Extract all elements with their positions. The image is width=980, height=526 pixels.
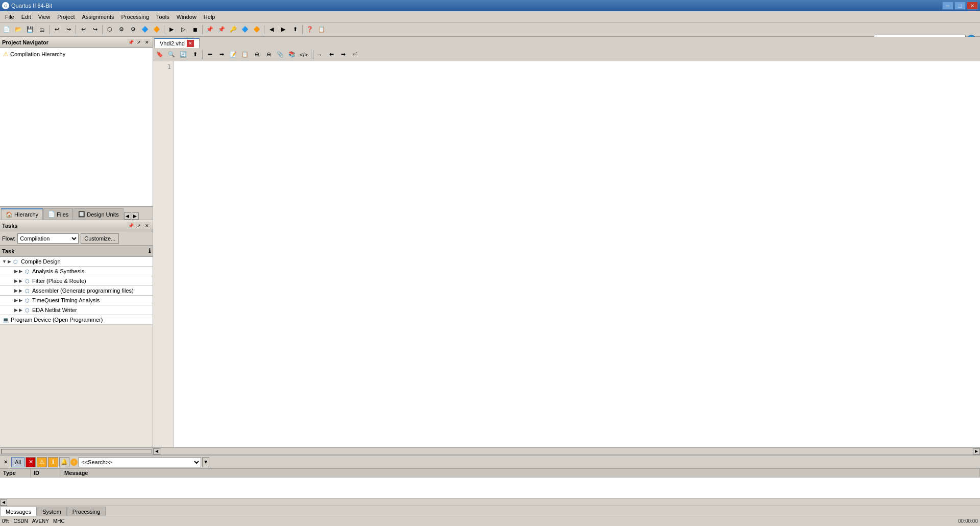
pin-btn[interactable]: 📌 bbox=[204, 24, 215, 35]
filter-info-btn[interactable]: ℹ bbox=[48, 457, 58, 467]
task-program-device[interactable]: 💻 Program Device (Open Programmer) bbox=[0, 315, 153, 325]
msg-search-select[interactable]: <<Search>> bbox=[79, 457, 201, 467]
undo-btn[interactable]: ↩ bbox=[51, 24, 62, 35]
tab-close-btn[interactable]: ✕ bbox=[187, 40, 194, 47]
ed-code-btn[interactable]: </> bbox=[298, 49, 309, 60]
tab-hierarchy[interactable]: 🏠 Hierarchy bbox=[1, 208, 43, 220]
ed-nav-btn[interactable]: ⬆ bbox=[189, 49, 201, 60]
redo-btn[interactable]: ↪ bbox=[63, 24, 74, 35]
play2-btn[interactable]: ▷ bbox=[178, 24, 189, 35]
task-analysis[interactable]: ▶ ▶ ⬡ Analysis & Synthesis bbox=[0, 267, 153, 276]
editor-tab-vhdl2[interactable]: Vhdl2.vhd ✕ bbox=[154, 38, 200, 48]
save-btn[interactable]: 💾 bbox=[24, 24, 36, 35]
ed-book-btn[interactable]: 📚 bbox=[286, 49, 298, 60]
open-file-btn[interactable]: 📂 bbox=[13, 24, 24, 35]
ed-template-btn[interactable]: 📋 bbox=[239, 49, 251, 60]
ed-navfwd-btn[interactable]: ➡ bbox=[337, 49, 349, 60]
ed-replace-btn[interactable]: 🔄 bbox=[178, 49, 189, 60]
task-fitter[interactable]: ▶ ▶ ⬡ Fitter (Place & Route) bbox=[0, 276, 153, 286]
tab-design-units[interactable]: 🔲 Design Units bbox=[74, 208, 123, 220]
ed-indent-btn[interactable]: ⬅ bbox=[204, 49, 215, 60]
minimize-button[interactable]: ─ bbox=[942, 2, 953, 10]
ed-wordwrap-btn[interactable]: ⏎ bbox=[349, 49, 360, 60]
nav-fwd-btn[interactable]: ▶ bbox=[278, 24, 289, 35]
nav-right-arrow[interactable]: ▶ bbox=[132, 212, 139, 220]
msg-btn[interactable]: 📋 bbox=[316, 24, 327, 35]
flow-select[interactable]: Compilation bbox=[17, 233, 79, 244]
chip-btn[interactable]: ⬡ bbox=[104, 24, 115, 35]
menu-help[interactable]: Help bbox=[201, 13, 218, 21]
filter-error-btn[interactable]: ✕ bbox=[26, 457, 36, 467]
tab-system[interactable]: System bbox=[37, 507, 67, 516]
hscroll-track[interactable]: ◀ ▶ bbox=[153, 448, 980, 455]
tab-messages[interactable]: Messages bbox=[0, 507, 37, 516]
code-content[interactable] bbox=[174, 61, 980, 447]
nav-back-btn[interactable]: ◀ bbox=[266, 24, 277, 35]
tree-compilation-hierarchy[interactable]: ⚠ Compilation Hierarchy bbox=[2, 50, 151, 58]
new-file-btn[interactable]: 📄 bbox=[1, 24, 12, 35]
menu-processing[interactable]: Processing bbox=[118, 13, 152, 21]
maximize-button[interactable]: □ bbox=[954, 2, 966, 10]
undo2-btn[interactable]: ↩ bbox=[78, 24, 89, 35]
menu-edit[interactable]: Edit bbox=[18, 13, 34, 21]
save-all-btn[interactable]: 🗂 bbox=[36, 24, 47, 35]
task-timequest[interactable]: ▶ ▶ ⬡ TimeQuest Timing Analysis bbox=[0, 296, 153, 305]
close-button[interactable]: ✕ bbox=[967, 2, 978, 10]
filter-suppress-btn[interactable]: 🔔 bbox=[59, 457, 69, 467]
task-compile-design[interactable]: ▼ ▶ ⬡ Compile Design bbox=[0, 257, 153, 267]
tool3-btn[interactable]: ⚙ bbox=[128, 24, 139, 35]
left-scrollbar[interactable] bbox=[0, 447, 153, 455]
menu-window[interactable]: Window bbox=[174, 13, 200, 21]
pin2-btn[interactable]: 📌 bbox=[216, 24, 227, 35]
tool6-btn[interactable]: 🔑 bbox=[228, 24, 239, 35]
hscroll-left-btn[interactable]: ◀ bbox=[153, 448, 160, 455]
nav-close-btn[interactable]: ✕ bbox=[143, 39, 151, 46]
tab-files[interactable]: 📄 Files bbox=[43, 208, 73, 220]
nav-up-btn[interactable]: ⬆ bbox=[289, 24, 301, 35]
ed-remove-btn[interactable]: ⊖ bbox=[263, 49, 274, 60]
menu-tools[interactable]: Tools bbox=[153, 13, 173, 21]
tasks-pin-btn[interactable]: 📌 bbox=[127, 222, 134, 229]
nav-pin-btn[interactable]: 📌 bbox=[127, 39, 134, 46]
tool4-btn[interactable]: 🔷 bbox=[139, 24, 151, 35]
tool5-btn[interactable]: 🔶 bbox=[151, 24, 162, 35]
settings-btn[interactable]: ⚙ bbox=[116, 24, 127, 35]
menu-view[interactable]: View bbox=[35, 13, 54, 21]
hscroll-right-btn[interactable]: ▶ bbox=[973, 448, 980, 455]
help-btn[interactable]: ❓ bbox=[304, 24, 315, 35]
menu-file[interactable]: File bbox=[2, 13, 17, 21]
filter-all-btn[interactable]: All bbox=[11, 457, 24, 467]
nav-expand-btn[interactable]: ↗ bbox=[135, 39, 142, 46]
ed-attach-btn[interactable]: 📎 bbox=[275, 49, 286, 60]
ed-bookmark-btn[interactable]: 🔖 bbox=[154, 49, 165, 60]
ed-unindent-btn[interactable]: ➡ bbox=[216, 49, 227, 60]
search-dropdown-btn[interactable]: ▼ bbox=[202, 457, 209, 467]
msg-scroll-bar[interactable] bbox=[7, 500, 980, 505]
ed-search-btn[interactable]: 🔍 bbox=[166, 49, 177, 60]
ed-insert-btn[interactable]: ⊕ bbox=[251, 49, 262, 60]
left-scrollbar-track[interactable] bbox=[1, 449, 152, 454]
menu-project[interactable]: Project bbox=[54, 13, 78, 21]
tool7-btn[interactable]: 🔷 bbox=[239, 24, 251, 35]
task-eda[interactable]: ▶ ▶ ⬡ EDA Netlist Writer bbox=[0, 305, 153, 315]
ed-addtext-btn[interactable]: 📝 bbox=[228, 49, 239, 60]
tasks-close-btn[interactable]: ✕ bbox=[143, 222, 151, 229]
editor-hscroll[interactable]: ◀ ▶ bbox=[153, 447, 980, 455]
tasks-expand-btn[interactable]: ↗ bbox=[135, 222, 142, 229]
filter-warn-btn[interactable]: ⚠ bbox=[37, 457, 47, 467]
nav-left-arrow[interactable]: ◀ bbox=[124, 212, 131, 220]
ed-locnav-btn[interactable]: → bbox=[314, 49, 325, 60]
msg-side-close-btn[interactable]: ✕ bbox=[2, 459, 9, 466]
tab-processing[interactable]: Processing bbox=[67, 507, 106, 516]
task-assembler[interactable]: ▶ ▶ ⬡ Assembler (Generate programming fi… bbox=[0, 286, 153, 296]
msg-hscroll[interactable]: ◀ bbox=[0, 498, 980, 506]
redo2-btn[interactable]: ↪ bbox=[89, 24, 101, 35]
ed-navback-btn[interactable]: ⬅ bbox=[326, 49, 337, 60]
tool8-btn[interactable]: 🔶 bbox=[251, 24, 262, 35]
play-btn[interactable]: ▶ bbox=[166, 24, 177, 35]
menu-assignments[interactable]: Assignments bbox=[79, 13, 117, 21]
msg-scroll-left[interactable]: ◀ bbox=[0, 499, 7, 506]
stop-btn[interactable]: ⏹ bbox=[189, 24, 201, 35]
hscroll-bar[interactable] bbox=[160, 449, 973, 454]
customize-button[interactable]: Customize... bbox=[81, 233, 119, 244]
